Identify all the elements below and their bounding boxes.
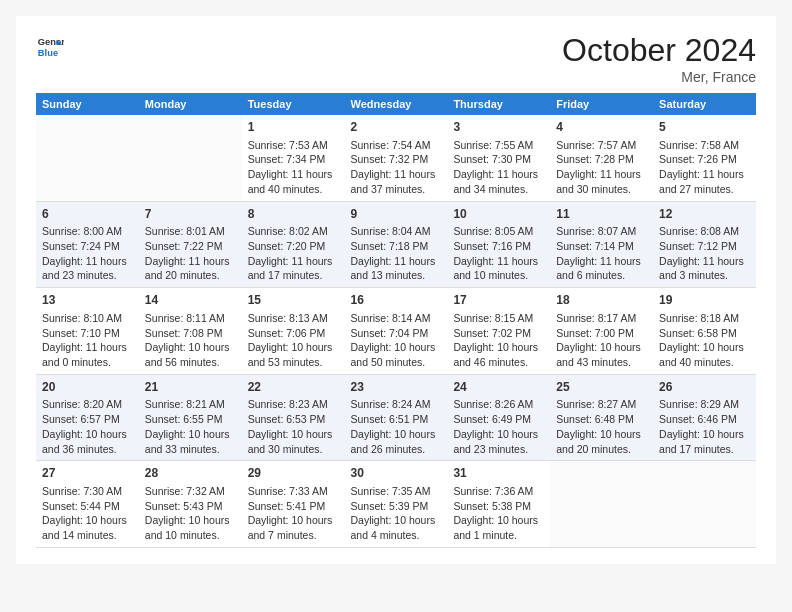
col-friday: Friday <box>550 93 653 115</box>
calendar-cell: 24Sunrise: 8:26 AMSunset: 6:49 PMDayligh… <box>447 374 550 461</box>
col-wednesday: Wednesday <box>345 93 448 115</box>
daylight-text: Daylight: 11 hours and 40 minutes. <box>248 168 333 195</box>
sunrise-text: Sunrise: 8:08 AM <box>659 225 739 237</box>
day-number: 18 <box>556 292 647 309</box>
day-number: 17 <box>453 292 544 309</box>
daylight-text: Daylight: 11 hours and 10 minutes. <box>453 255 538 282</box>
sunset-text: Sunset: 7:10 PM <box>42 327 120 339</box>
calendar-cell: 5Sunrise: 7:58 AMSunset: 7:26 PMDaylight… <box>653 115 756 201</box>
calendar-cell: 17Sunrise: 8:15 AMSunset: 7:02 PMDayligh… <box>447 288 550 375</box>
day-number: 20 <box>42 379 133 396</box>
sunset-text: Sunset: 7:08 PM <box>145 327 223 339</box>
sunset-text: Sunset: 7:02 PM <box>453 327 531 339</box>
calendar-cell: 25Sunrise: 8:27 AMSunset: 6:48 PMDayligh… <box>550 374 653 461</box>
sunrise-text: Sunrise: 7:55 AM <box>453 139 533 151</box>
sunrise-text: Sunrise: 7:33 AM <box>248 485 328 497</box>
daylight-text: Daylight: 10 hours and 26 minutes. <box>351 428 436 455</box>
sunrise-text: Sunrise: 7:36 AM <box>453 485 533 497</box>
sunrise-text: Sunrise: 8:18 AM <box>659 312 739 324</box>
sunrise-text: Sunrise: 7:54 AM <box>351 139 431 151</box>
day-number: 29 <box>248 465 339 482</box>
sunrise-text: Sunrise: 8:02 AM <box>248 225 328 237</box>
calendar-cell <box>550 461 653 548</box>
calendar-cell: 26Sunrise: 8:29 AMSunset: 6:46 PMDayligh… <box>653 374 756 461</box>
sunrise-text: Sunrise: 8:17 AM <box>556 312 636 324</box>
sunset-text: Sunset: 5:44 PM <box>42 500 120 512</box>
sunset-text: Sunset: 7:14 PM <box>556 240 634 252</box>
sunset-text: Sunset: 7:06 PM <box>248 327 326 339</box>
calendar-cell: 14Sunrise: 8:11 AMSunset: 7:08 PMDayligh… <box>139 288 242 375</box>
sunset-text: Sunset: 7:04 PM <box>351 327 429 339</box>
daylight-text: Daylight: 10 hours and 17 minutes. <box>659 428 744 455</box>
sunset-text: Sunset: 6:57 PM <box>42 413 120 425</box>
calendar-cell: 28Sunrise: 7:32 AMSunset: 5:43 PMDayligh… <box>139 461 242 548</box>
calendar-cell: 6Sunrise: 8:00 AMSunset: 7:24 PMDaylight… <box>36 201 139 288</box>
table-row: 13Sunrise: 8:10 AMSunset: 7:10 PMDayligh… <box>36 288 756 375</box>
calendar-cell: 21Sunrise: 8:21 AMSunset: 6:55 PMDayligh… <box>139 374 242 461</box>
calendar-cell: 12Sunrise: 8:08 AMSunset: 7:12 PMDayligh… <box>653 201 756 288</box>
table-row: 20Sunrise: 8:20 AMSunset: 6:57 PMDayligh… <box>36 374 756 461</box>
calendar-table: Sunday Monday Tuesday Wednesday Thursday… <box>36 93 756 548</box>
daylight-text: Daylight: 11 hours and 27 minutes. <box>659 168 744 195</box>
sunrise-text: Sunrise: 8:15 AM <box>453 312 533 324</box>
sunset-text: Sunset: 7:20 PM <box>248 240 326 252</box>
sunrise-text: Sunrise: 8:21 AM <box>145 398 225 410</box>
day-number: 3 <box>453 119 544 136</box>
daylight-text: Daylight: 11 hours and 0 minutes. <box>42 341 127 368</box>
day-number: 1 <box>248 119 339 136</box>
daylight-text: Daylight: 10 hours and 33 minutes. <box>145 428 230 455</box>
daylight-text: Daylight: 11 hours and 13 minutes. <box>351 255 436 282</box>
sunset-text: Sunset: 6:55 PM <box>145 413 223 425</box>
day-number: 25 <box>556 379 647 396</box>
daylight-text: Daylight: 10 hours and 4 minutes. <box>351 514 436 541</box>
day-number: 30 <box>351 465 442 482</box>
calendar-cell <box>139 115 242 201</box>
sunset-text: Sunset: 6:46 PM <box>659 413 737 425</box>
day-number: 26 <box>659 379 750 396</box>
calendar-cell: 22Sunrise: 8:23 AMSunset: 6:53 PMDayligh… <box>242 374 345 461</box>
sunset-text: Sunset: 6:51 PM <box>351 413 429 425</box>
sunrise-text: Sunrise: 8:26 AM <box>453 398 533 410</box>
sunset-text: Sunset: 6:53 PM <box>248 413 326 425</box>
day-number: 13 <box>42 292 133 309</box>
daylight-text: Daylight: 10 hours and 23 minutes. <box>453 428 538 455</box>
calendar-cell: 10Sunrise: 8:05 AMSunset: 7:16 PMDayligh… <box>447 201 550 288</box>
daylight-text: Daylight: 10 hours and 10 minutes. <box>145 514 230 541</box>
sunset-text: Sunset: 6:49 PM <box>453 413 531 425</box>
sunrise-text: Sunrise: 8:00 AM <box>42 225 122 237</box>
table-row: 1Sunrise: 7:53 AMSunset: 7:34 PMDaylight… <box>36 115 756 201</box>
sunset-text: Sunset: 7:28 PM <box>556 153 634 165</box>
day-number: 28 <box>145 465 236 482</box>
sunrise-text: Sunrise: 8:20 AM <box>42 398 122 410</box>
sunset-text: Sunset: 7:34 PM <box>248 153 326 165</box>
sunset-text: Sunset: 7:16 PM <box>453 240 531 252</box>
day-number: 5 <box>659 119 750 136</box>
calendar-cell: 31Sunrise: 7:36 AMSunset: 5:38 PMDayligh… <box>447 461 550 548</box>
daylight-text: Daylight: 10 hours and 53 minutes. <box>248 341 333 368</box>
calendar-cell: 9Sunrise: 8:04 AMSunset: 7:18 PMDaylight… <box>345 201 448 288</box>
day-number: 31 <box>453 465 544 482</box>
col-saturday: Saturday <box>653 93 756 115</box>
daylight-text: Daylight: 11 hours and 34 minutes. <box>453 168 538 195</box>
svg-text:Blue: Blue <box>38 48 58 58</box>
calendar-cell: 13Sunrise: 8:10 AMSunset: 7:10 PMDayligh… <box>36 288 139 375</box>
day-number: 10 <box>453 206 544 223</box>
col-thursday: Thursday <box>447 93 550 115</box>
daylight-text: Daylight: 10 hours and 1 minute. <box>453 514 538 541</box>
calendar-cell: 1Sunrise: 7:53 AMSunset: 7:34 PMDaylight… <box>242 115 345 201</box>
day-number: 7 <box>145 206 236 223</box>
sunrise-text: Sunrise: 8:05 AM <box>453 225 533 237</box>
sunrise-text: Sunrise: 7:57 AM <box>556 139 636 151</box>
sunset-text: Sunset: 7:30 PM <box>453 153 531 165</box>
day-number: 22 <box>248 379 339 396</box>
calendar-cell: 2Sunrise: 7:54 AMSunset: 7:32 PMDaylight… <box>345 115 448 201</box>
day-number: 11 <box>556 206 647 223</box>
table-row: 6Sunrise: 8:00 AMSunset: 7:24 PMDaylight… <box>36 201 756 288</box>
day-number: 19 <box>659 292 750 309</box>
daylight-text: Daylight: 10 hours and 36 minutes. <box>42 428 127 455</box>
day-number: 14 <box>145 292 236 309</box>
sunrise-text: Sunrise: 7:32 AM <box>145 485 225 497</box>
col-monday: Monday <box>139 93 242 115</box>
logo-icon: General Blue <box>36 32 64 60</box>
sunrise-text: Sunrise: 8:11 AM <box>145 312 225 324</box>
